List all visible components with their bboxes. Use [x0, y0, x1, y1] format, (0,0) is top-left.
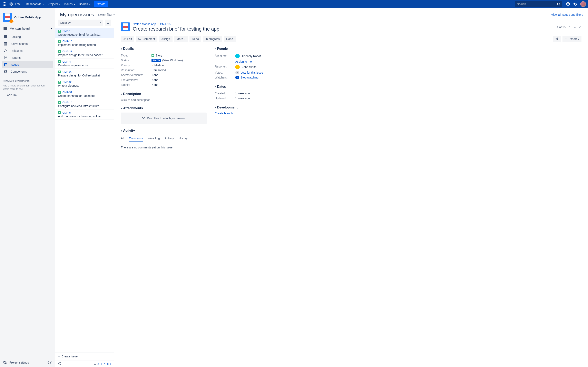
nav-issues[interactable]: Issues▾: [62, 0, 77, 8]
create-button[interactable]: Create: [94, 1, 108, 7]
chevron-down-icon: ▾: [74, 3, 75, 5]
create-branch-link[interactable]: Create branch: [215, 112, 233, 115]
page-2[interactable]: 2: [97, 362, 99, 365]
status-todo-button[interactable]: To do: [190, 36, 201, 42]
tab-work-log[interactable]: Work Log: [148, 135, 160, 142]
next-page-icon[interactable]: ›: [110, 362, 111, 365]
svg-rect-0: [3, 2, 3, 3]
board-icon: [4, 42, 8, 46]
tab-history[interactable]: History: [179, 135, 188, 142]
topbar: Jira Dashboards▾ Projects▾ Issues▾ Board…: [0, 0, 588, 8]
jira-logo[interactable]: Jira: [9, 2, 20, 6]
issue-list-item[interactable]: CMA-15Create research brief for testing.…: [55, 28, 114, 38]
status-done-button[interactable]: Done: [224, 36, 235, 42]
edit-button[interactable]: Edit: [121, 36, 134, 42]
issue-key: CMA-22: [62, 70, 72, 73]
switch-filter-button[interactable]: Switch filter▾: [98, 13, 115, 16]
assign-button[interactable]: Assign: [159, 36, 173, 42]
issue-list-item[interactable]: CMA-14Configure backend infrastructure: [55, 99, 114, 109]
issue-list-item[interactable]: CMA-5Add map view for browsing coffee...: [55, 109, 114, 120]
app-switcher-icon[interactable]: [2, 2, 7, 7]
sidebar-item-issues[interactable]: Issues: [2, 61, 53, 68]
export-button[interactable]: Export▾: [562, 36, 581, 42]
page-1[interactable]: 1: [94, 362, 96, 365]
vote-link[interactable]: Vote for this issue: [241, 71, 263, 74]
collapse-icon[interactable]: ▾: [121, 130, 122, 132]
svg-rect-16: [4, 35, 7, 36]
tab-activity[interactable]: Activity: [165, 135, 174, 142]
help-icon[interactable]: ?: [565, 1, 571, 7]
sidebar-item-backlog[interactable]: Backlog: [2, 33, 53, 40]
sidebar-item-active-sprints[interactable]: Active sprints: [2, 40, 53, 47]
search-input[interactable]: [515, 1, 562, 7]
project-settings-link[interactable]: Project settings: [9, 361, 29, 364]
prev-issue-icon[interactable]: ⌃: [568, 25, 571, 29]
tab-comments[interactable]: Comments: [129, 135, 143, 142]
plus-icon: +: [58, 355, 60, 358]
collapse-icon[interactable]: ▾: [215, 48, 216, 50]
issue-summary: Prepare design for Coffee basket: [58, 74, 111, 77]
chevron-down-icon: ▾: [51, 27, 52, 30]
refresh-icon[interactable]: [58, 362, 61, 365]
search-icon[interactable]: [557, 2, 560, 6]
board-selector[interactable]: Monsters board ▾: [0, 25, 55, 33]
user-avatar[interactable]: [580, 1, 586, 7]
add-link-button[interactable]: + Add link: [3, 93, 52, 97]
assign-to-me-link[interactable]: Assign to me: [235, 60, 252, 63]
share-button[interactable]: [553, 36, 561, 42]
board-icon: [3, 26, 7, 31]
next-issue-icon[interactable]: ⌄: [574, 25, 576, 29]
collapse-icon[interactable]: ▾: [121, 93, 122, 95]
tab-all[interactable]: All: [121, 135, 124, 142]
comment-button[interactable]: Comment: [136, 36, 157, 42]
issue-list-panel: Order by▾ CMA-15Create research brief fo…: [55, 17, 114, 367]
expand-icon[interactable]: ⤢: [579, 25, 581, 29]
sort-direction-button[interactable]: [105, 20, 111, 26]
issue-list-item[interactable]: CMA-22Prepare design for Coffee basket: [55, 69, 114, 79]
collapse-icon[interactable]: ▾: [215, 106, 216, 109]
collapse-icon[interactable]: ▾: [215, 86, 216, 88]
issue-list-item[interactable]: CMA-21Prepare design for "Order a coffee…: [55, 48, 114, 58]
watch-link[interactable]: Stop watching: [241, 76, 259, 79]
sidebar-item-components[interactable]: Components: [2, 68, 53, 75]
issue-key: CMA-31: [62, 91, 72, 94]
project-name: Coffee Mobile App: [14, 16, 41, 19]
view-all-issues-link[interactable]: View all issues and filters: [551, 13, 583, 16]
chevron-down-icon: ▾: [113, 14, 114, 16]
attachments-dropzone[interactable]: Drop files to attach, or browse.: [121, 113, 207, 124]
breadcrumb-key[interactable]: CMA-15: [160, 22, 171, 26]
chevron-down-icon: ▾: [89, 3, 90, 5]
more-button[interactable]: More▾: [174, 36, 188, 42]
page-4[interactable]: 4: [104, 362, 105, 365]
issue-list-item[interactable]: CMA-18Implement onboarding screen: [55, 38, 114, 48]
issue-list-item[interactable]: CMA-31Create banners for Facebook: [55, 89, 114, 99]
collapse-icon[interactable]: ▾: [121, 48, 122, 50]
collapse-icon[interactable]: ▾: [121, 107, 122, 109]
section-people-heading: People: [217, 47, 228, 50]
nav-boards[interactable]: Boards▾: [77, 0, 92, 8]
nav-projects[interactable]: Projects▾: [46, 0, 62, 8]
collapse-sidebar-icon[interactable]: ❮❮: [47, 361, 52, 364]
sidebar-item-reports[interactable]: Reports: [2, 54, 53, 61]
svg-rect-8: [6, 5, 6, 6]
issue-list-item[interactable]: CMA-33Write a blogpost: [55, 79, 114, 89]
settings-icon[interactable]: [572, 1, 579, 7]
section-development-heading: Development: [217, 106, 237, 109]
view-workflow-link[interactable]: (View Workflow): [162, 59, 183, 62]
nav-dashboards[interactable]: Dashboards▾: [24, 0, 46, 8]
upload-icon: [142, 117, 145, 120]
breadcrumb-project[interactable]: Coffee Mobile App: [133, 22, 156, 26]
create-issue-inline[interactable]: + Create issue: [55, 352, 114, 360]
story-icon: [58, 30, 61, 33]
page-3[interactable]: 3: [101, 362, 102, 365]
order-by-dropdown[interactable]: Order by▾: [58, 20, 103, 26]
issue-list-item[interactable]: CMA-4Database requirements: [55, 58, 114, 69]
sidebar-item-releases[interactable]: Releases: [2, 47, 53, 54]
issue-summary: Create banners for Facebook: [58, 94, 111, 98]
chevron-down-icon: ▾: [43, 3, 44, 5]
sidebar-item-label: Active sprints: [11, 42, 27, 45]
description-placeholder[interactable]: Click to add description: [121, 98, 207, 101]
status-inprogress-button[interactable]: In progress: [203, 36, 222, 42]
ship-icon: [4, 49, 8, 53]
page-5[interactable]: 5: [107, 362, 109, 365]
